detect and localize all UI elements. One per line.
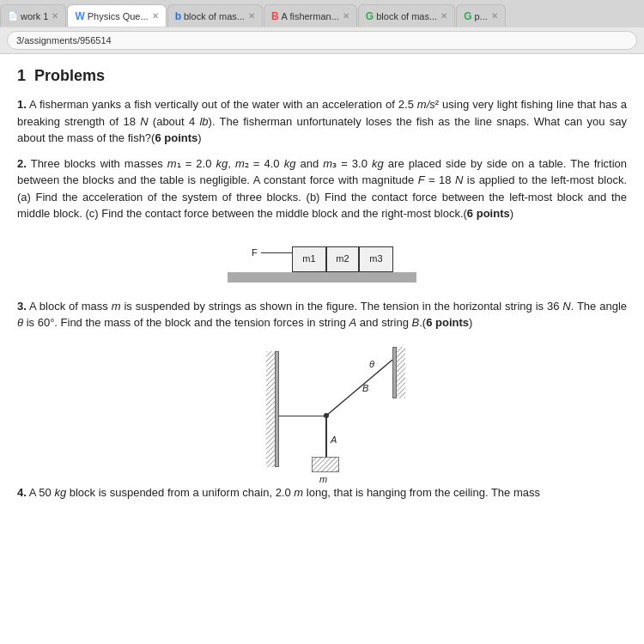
svg-rect-5 xyxy=(312,457,339,472)
force-arrow: F xyxy=(252,246,295,260)
arrow-line xyxy=(261,252,295,254)
address-input[interactable] xyxy=(7,31,637,50)
tab-label-block2: block of mas... xyxy=(376,11,437,21)
page-title: 1 Problems xyxy=(17,64,627,88)
tab-close-block2[interactable]: ✕ xyxy=(440,11,447,21)
label-B: B xyxy=(362,381,368,396)
problem-1-text: 1. A fisherman yanks a fish vertically o… xyxy=(17,96,627,147)
tab-p[interactable]: G p... ✕ xyxy=(456,4,506,27)
figure-strings-container: A B m θ xyxy=(223,338,421,476)
tab-icon-block2: G xyxy=(366,10,374,22)
label-A: A xyxy=(331,433,337,447)
wall-left xyxy=(275,351,279,467)
block-m1-label: m1 xyxy=(302,252,315,266)
tab-label-fisherman: A fisherman... xyxy=(282,11,339,21)
problem-4: 4. A 50 kg block is suspended from a uni… xyxy=(17,484,627,501)
section-title: Problems xyxy=(34,67,105,84)
string-horizontal xyxy=(279,416,326,417)
label-theta: θ xyxy=(369,357,374,372)
tab-fisherman[interactable]: B A fisherman... ✕ xyxy=(264,4,357,27)
svg-rect-1 xyxy=(266,351,275,467)
tab-close-p[interactable]: ✕ xyxy=(491,11,498,21)
tab-bar: 📄 work 1 ✕ W Physics Que... ✕ b block of… xyxy=(0,0,644,27)
problem-4-text: 4. A 50 kg block is suspended from a uni… xyxy=(17,484,627,501)
tab-close-physics[interactable]: ✕ xyxy=(152,11,159,21)
problem-4-number: 4. xyxy=(17,486,27,499)
figure-blocks-container: F m1 m2 m3 xyxy=(210,229,434,289)
tab-icon-p: G xyxy=(464,10,471,22)
address-bar xyxy=(0,27,644,53)
problem-2: 2. Three blocks with masses m₁ = 2.0 kg,… xyxy=(17,155,627,289)
problem-2-text: 2. Three blocks with masses m₁ = 2.0 kg,… xyxy=(17,155,627,222)
tab-close-work1[interactable]: ✕ xyxy=(52,11,58,21)
tab-block2[interactable]: G block of mas... ✕ xyxy=(358,4,455,27)
block-m3: m3 xyxy=(359,246,393,272)
problem-1-number: 1. xyxy=(17,98,27,111)
tab-physics[interactable]: W Physics Que... ✕ xyxy=(67,4,166,27)
tab-label-p: p... xyxy=(474,11,487,21)
svg-line-3 xyxy=(326,360,392,416)
tab-block1[interactable]: b block of mas... ✕ xyxy=(167,4,263,27)
problem-3: 3. A block of mass m is suspended by str… xyxy=(17,298,627,476)
browser-chrome: 📄 work 1 ✕ W Physics Que... ✕ b block of… xyxy=(0,0,644,54)
page-content: 1 Problems 1. A fisherman yanks a fish v… xyxy=(0,54,644,644)
tab-label-physics: Physics Que... xyxy=(88,11,149,21)
tab-icon-work1: 📄 xyxy=(8,11,18,21)
string-A-vertical xyxy=(325,418,327,457)
tab-close-fisherman[interactable]: ✕ xyxy=(343,11,349,21)
string-B-svg xyxy=(223,338,421,476)
blocks-surface xyxy=(228,272,416,283)
label-m: m xyxy=(319,472,327,487)
tab-label-work1: work 1 xyxy=(21,11,48,21)
wall-left-hatch xyxy=(266,351,275,467)
svg-rect-2 xyxy=(397,347,405,398)
problem-2-number: 2. xyxy=(17,157,27,170)
problem-3-text: 3. A block of mass m is suspended by str… xyxy=(17,298,627,331)
figure-blocks: F m1 m2 m3 xyxy=(17,229,627,289)
figure-strings: A B m θ xyxy=(17,338,627,476)
section-number: 1 xyxy=(17,67,26,84)
block-m2: m2 xyxy=(326,246,359,272)
tab-icon-fisherman: B xyxy=(271,10,279,22)
block-m2-label: m2 xyxy=(336,252,349,266)
tab-icon-physics: W xyxy=(75,10,84,22)
tab-close-block1[interactable]: ✕ xyxy=(248,11,255,21)
tab-label-block1: block of mas... xyxy=(184,11,245,21)
block-m1: m1 xyxy=(292,246,326,272)
problem-1: 1. A fisherman yanks a fish vertically o… xyxy=(17,96,627,147)
tab-work1[interactable]: 📄 work 1 ✕ xyxy=(0,4,66,27)
block-m3-label: m3 xyxy=(369,252,382,266)
force-label: F xyxy=(252,246,258,260)
hanging-block xyxy=(312,457,339,472)
tab-icon-block1: b xyxy=(175,10,181,22)
problem-3-number: 3. xyxy=(17,300,27,313)
wall-right-hatch xyxy=(397,347,405,398)
